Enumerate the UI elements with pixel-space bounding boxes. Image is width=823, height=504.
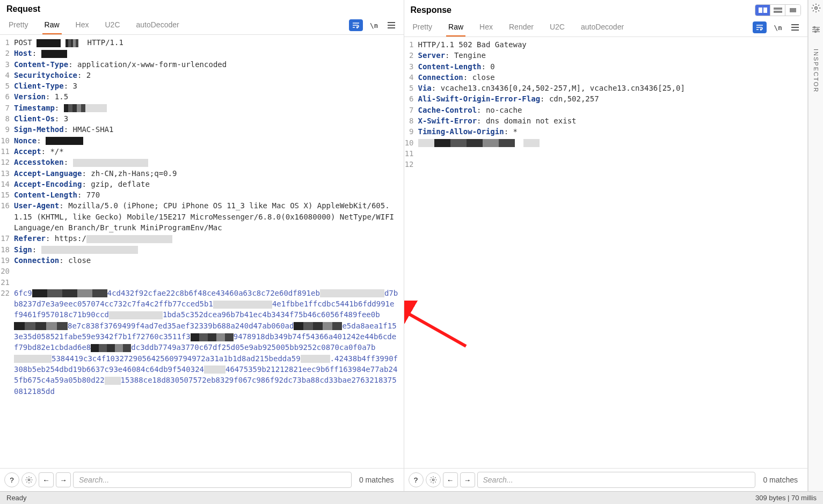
code-line[interactable]: Timing-Allow-Origin: * [418,126,808,137]
search-input[interactable] [73,472,352,488]
code-line[interactable]: Content-Length: 770 [14,189,404,200]
svg-rect-3 [774,8,782,10]
code-line[interactable]: Sign: [14,244,404,255]
tab-pretty[interactable]: Pretty [6,16,31,34]
code-line[interactable]: Timestamp: [14,103,404,113]
code-line[interactable]: Version: 1.5 [14,91,404,102]
code-line[interactable]: Sign-Method: HMAC-SHA1 [14,124,404,135]
request-editor[interactable]: 1POST HTTP/1.12Host: 3Content-Type: appl… [0,35,404,468]
code-line[interactable]: Accesstoken: [14,157,404,167]
code-line[interactable]: 6fc94cd432f92cfae22c8b6f48ce43460a63c8c7… [14,288,404,397]
line-number: 4 [0,70,14,81]
next-match-button[interactable]: → [460,472,475,487]
svg-rect-1 [759,8,762,13]
redacted-block [41,246,138,254]
line-number: 6 [0,91,14,102]
code-line[interactable]: Referer: https:/ [14,233,404,244]
tab-hex[interactable]: Hex [74,16,91,34]
redacted-block [91,344,131,352]
layout-rows-button[interactable] [770,5,785,16]
right-sidebar: INSPECTOR [808,0,823,491]
code-line[interactable] [418,148,808,159]
code-line[interactable]: Accept-Encoding: gzip, deflate [14,179,404,189]
line-number: 7 [0,103,14,113]
settings-button[interactable] [21,472,37,487]
wrap-icon [756,24,763,31]
tab-raw[interactable]: Raw [446,18,465,36]
tab-raw[interactable]: Raw [42,16,62,34]
global-settings-icon[interactable] [811,3,821,15]
prev-match-button[interactable]: ← [443,472,458,487]
tab-render[interactable]: Render [507,18,536,36]
code-line[interactable] [14,266,404,276]
code-line[interactable]: Host: [14,48,404,59]
line-number: 3 [0,59,14,70]
status-right: 309 bytes | 70 millis [755,494,817,502]
code-line[interactable]: Content-Length: 0 [418,61,808,72]
columns-icon [758,7,768,13]
line-number: 1 [404,39,418,50]
line-number: 2 [404,50,418,61]
status-bar: Ready 309 bytes | 70 millis [0,491,823,504]
wrap-toggle-button[interactable] [349,19,363,31]
code-line[interactable]: X-Swift-Error: dns domain not exist [418,115,808,126]
request-search-bar: ? ← → 0 matches [0,468,404,491]
request-title: Request [6,4,40,14]
next-match-button[interactable]: → [56,472,71,487]
tab-autodecoder[interactable]: autoDecoder [579,18,626,36]
code-line[interactable]: Ali-Swift-Origin-Error-Flag: cdn,502,257 [418,93,808,104]
tab-u2c[interactable]: U2C [103,16,122,34]
code-line[interactable] [418,137,808,148]
wrap-toggle-button[interactable] [753,21,767,33]
tab-hex[interactable]: Hex [477,18,495,36]
line-number: 5 [0,81,14,91]
hamburger-icon[interactable] [789,21,801,33]
svg-rect-5 [790,8,796,12]
line-number: 4 [404,72,418,83]
tab-autodecoder[interactable]: autoDecoder [134,16,181,34]
code-line[interactable]: Accept-Language: zh-CN,zh-Hans;q=0.9 [14,168,404,179]
help-button[interactable]: ? [409,472,424,487]
code-line[interactable] [14,277,404,288]
svg-rect-4 [774,11,782,13]
line-number: 1 [0,37,14,48]
newline-indicator[interactable]: \n [368,19,380,31]
hamburger-icon[interactable] [385,19,397,31]
settings-button[interactable] [426,472,441,487]
code-line[interactable]: Client-Type: 3 [14,81,404,91]
help-button[interactable]: ? [4,472,19,487]
code-line[interactable]: User-Agent: Mozilla/5.0 (iPhone; CPU iPh… [14,200,404,233]
line-number: 11 [404,148,418,159]
inspector-label[interactable]: INSPECTOR [813,49,819,93]
redacted-block [85,104,107,112]
code-line[interactable]: Cache-Control: no-cache [418,105,808,115]
redacted-block [191,333,234,341]
line-number: 16 [0,200,14,233]
response-editor[interactable]: 1HTTP/1.1 502 Bad Gateway2Server: Tengin… [404,37,808,468]
layout-columns-button[interactable] [755,5,770,16]
sliders-icon[interactable] [812,26,820,35]
tab-pretty[interactable]: Pretty [411,18,435,36]
newline-indicator[interactable]: \n [772,21,784,33]
line-number: 8 [0,113,14,124]
code-line[interactable]: Server: Tengine [418,50,808,61]
prev-match-button[interactable]: ← [39,472,54,487]
code-line[interactable]: Content-Type: application/x-www-form-url… [14,59,404,70]
search-input[interactable] [477,472,756,488]
code-line[interactable]: Client-Os: 3 [14,113,404,124]
code-line[interactable]: Nonce: [14,135,404,146]
code-line[interactable]: Accept: */* [14,146,404,157]
code-line[interactable]: Connection: close [14,255,404,266]
code-line[interactable]: HTTP/1.1 502 Bad Gateway [418,39,808,50]
code-line[interactable]: POST HTTP/1.1 [14,37,404,48]
code-line[interactable]: Via: vcache13.cn3436[0,24,502-257,M], vc… [418,83,808,93]
layout-single-button[interactable] [785,5,800,16]
code-line[interactable] [418,159,808,170]
svg-rect-2 [763,8,767,13]
code-line[interactable]: Securitychoice: 2 [14,70,404,81]
tab-u2c[interactable]: U2C [548,18,567,36]
line-number: 6 [404,93,418,104]
redacted-block [32,289,107,297]
line-number: 12 [0,157,14,167]
code-line[interactable]: Connection: close [418,72,808,83]
